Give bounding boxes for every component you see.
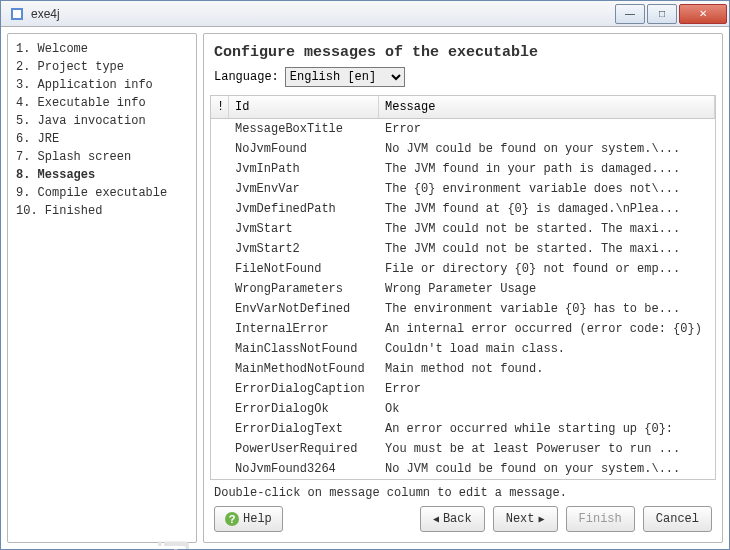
cell-message[interactable]: Wrong Parameter Usage	[379, 282, 715, 296]
cancel-button[interactable]: Cancel	[643, 506, 712, 532]
cell-id: MessageBoxTitle	[229, 122, 379, 136]
minimize-button[interactable]: —	[615, 4, 645, 24]
table-row[interactable]: JvmEnvVarThe {0} environment variable do…	[211, 179, 715, 199]
cell-message[interactable]: The JVM could not be started. The maxi..…	[379, 222, 715, 236]
main-panel: Configure messages of the executable Lan…	[203, 33, 723, 543]
content-area: 1. Welcome2. Project type3. Application …	[1, 27, 729, 549]
cell-bang	[211, 122, 229, 136]
table-row[interactable]: ErrorDialogCaptionError	[211, 379, 715, 399]
next-button[interactable]: Next ▶	[493, 506, 558, 532]
wizard-step[interactable]: 3. Application info	[16, 76, 188, 94]
cell-id: ErrorDialogCaption	[229, 382, 379, 396]
cell-id: MainMethodNotFound	[229, 362, 379, 376]
wizard-step[interactable]: 10. Finished	[16, 202, 188, 220]
page-heading: Configure messages of the executable	[204, 34, 722, 67]
cell-bang	[211, 322, 229, 336]
cell-message[interactable]: Error	[379, 382, 715, 396]
cell-bang	[211, 462, 229, 476]
cell-message[interactable]: An error occurred while starting up {0}:	[379, 422, 715, 436]
cell-message[interactable]: An internal error occurred (error code: …	[379, 322, 715, 336]
wizard-step[interactable]: 4. Executable info	[16, 94, 188, 112]
cell-bang	[211, 382, 229, 396]
table-row[interactable]: InternalErrorAn internal error occurred …	[211, 319, 715, 339]
cell-bang	[211, 402, 229, 416]
back-button[interactable]: ◀ Back	[420, 506, 485, 532]
cell-message[interactable]: File or directory {0} not found or emp..…	[379, 262, 715, 276]
cell-bang	[211, 362, 229, 376]
wizard-step[interactable]: 1. Welcome	[16, 40, 188, 58]
cell-message[interactable]: The environment variable {0} has to be..…	[379, 302, 715, 316]
cell-bang	[211, 182, 229, 196]
finish-button[interactable]: Finish	[566, 506, 635, 532]
cell-message[interactable]: The JVM could not be started. The maxi..…	[379, 242, 715, 256]
wizard-step[interactable]: 5. Java invocation	[16, 112, 188, 130]
cell-id: JvmStart	[229, 222, 379, 236]
table-row[interactable]: WrongParametersWrong Parameter Usage	[211, 279, 715, 299]
wizard-step[interactable]: 9. Compile executable	[16, 184, 188, 202]
language-select[interactable]: English [en]	[285, 67, 405, 87]
table-header: ! Id Message	[211, 96, 715, 119]
wizard-step[interactable]: 6. JRE	[16, 130, 188, 148]
language-row: Language: English [en]	[204, 67, 722, 95]
table-row[interactable]: NoJvmFound3264No JVM could be found on y…	[211, 459, 715, 479]
col-id[interactable]: Id	[229, 96, 379, 118]
cell-id: InternalError	[229, 322, 379, 336]
table-row[interactable]: JvmStartThe JVM could not be started. Th…	[211, 219, 715, 239]
table-row[interactable]: EnvVarNotDefinedThe environment variable…	[211, 299, 715, 319]
cell-bang	[211, 282, 229, 296]
cell-message[interactable]: No JVM could be found on your system.\..…	[379, 462, 715, 476]
table-row[interactable]: ErrorDialogTextAn error occurred while s…	[211, 419, 715, 439]
table-body[interactable]: MessageBoxTitleErrorNoJvmFoundNo JVM cou…	[211, 119, 715, 479]
table-row[interactable]: PowerUserRequiredYou must be at least Po…	[211, 439, 715, 459]
cell-message[interactable]: Error	[379, 122, 715, 136]
cell-message[interactable]: Couldn't load main class.	[379, 342, 715, 356]
maximize-button[interactable]: □	[647, 4, 677, 24]
table-row[interactable]: JvmDefinedPathThe JVM found at {0} is da…	[211, 199, 715, 219]
table-row[interactable]: ErrorDialogOkOk	[211, 399, 715, 419]
wizard-steps: 1. Welcome2. Project type3. Application …	[16, 40, 188, 220]
cell-message[interactable]: You must be at least Poweruser to run ..…	[379, 442, 715, 456]
svg-rect-1	[13, 10, 21, 18]
cell-id: ErrorDialogText	[229, 422, 379, 436]
cell-bang	[211, 242, 229, 256]
col-bang[interactable]: !	[211, 96, 229, 118]
cell-id: WrongParameters	[229, 282, 379, 296]
cell-message[interactable]: The JVM found in your path is damaged...…	[379, 162, 715, 176]
cell-id: PowerUserRequired	[229, 442, 379, 456]
cell-message[interactable]: No JVM could be found on your system.\..…	[379, 142, 715, 156]
table-row[interactable]: MainMethodNotFoundMain method not found.	[211, 359, 715, 379]
help-label: Help	[243, 512, 272, 526]
wizard-step[interactable]: 2. Project type	[16, 58, 188, 76]
table-row[interactable]: NoJvmFoundNo JVM could be found on your …	[211, 139, 715, 159]
edit-hint: Double-click on message column to edit a…	[204, 480, 722, 506]
wizard-step[interactable]: 7. Splash screen	[16, 148, 188, 166]
cell-bang	[211, 162, 229, 176]
cell-bang	[211, 222, 229, 236]
window-title: exe4j	[31, 7, 613, 21]
close-button[interactable]: ✕	[679, 4, 727, 24]
window-controls: — □ ✕	[613, 4, 727, 24]
messages-table: ! Id Message MessageBoxTitleErrorNoJvmFo…	[210, 95, 716, 480]
col-message[interactable]: Message	[379, 96, 715, 118]
cell-message[interactable]: Ok	[379, 402, 715, 416]
table-row[interactable]: JvmStart2The JVM could not be started. T…	[211, 239, 715, 259]
next-label: Next	[506, 512, 535, 526]
table-row[interactable]: JvmInPathThe JVM found in your path is d…	[211, 159, 715, 179]
cell-message[interactable]: The {0} environment variable does not\..…	[379, 182, 715, 196]
cell-id: NoJvmFound	[229, 142, 379, 156]
table-row[interactable]: MessageBoxTitleError	[211, 119, 715, 139]
button-bar: ? Help ◀ Back Next ▶ Finish Cancel	[204, 506, 722, 542]
help-button[interactable]: ? Help	[214, 506, 283, 532]
wizard-step[interactable]: 8. Messages	[16, 166, 188, 184]
app-window: exe4j — □ ✕ 1. Welcome2. Project type3. …	[0, 0, 730, 550]
cell-bang	[211, 442, 229, 456]
cell-bang	[211, 302, 229, 316]
cell-bang	[211, 142, 229, 156]
cell-message[interactable]: Main method not found.	[379, 362, 715, 376]
back-label: Back	[443, 512, 472, 526]
cell-message[interactable]: The JVM found at {0} is damaged.\nPlea..…	[379, 202, 715, 216]
table-row[interactable]: FileNotFoundFile or directory {0} not fo…	[211, 259, 715, 279]
cell-id: MainClassNotFound	[229, 342, 379, 356]
table-row[interactable]: MainClassNotFoundCouldn't load main clas…	[211, 339, 715, 359]
cell-id: ErrorDialogOk	[229, 402, 379, 416]
